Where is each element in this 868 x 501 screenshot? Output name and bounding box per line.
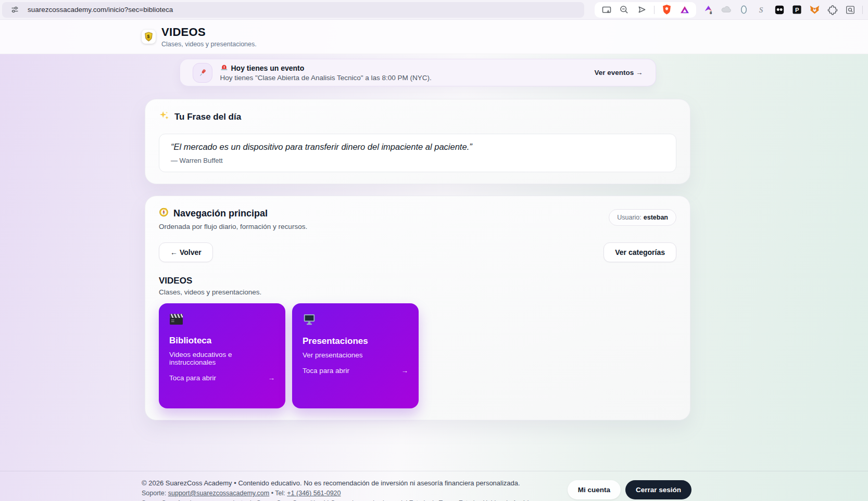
footer-inner: © 2026 SuarezCoss Academy • Contenido ed… <box>142 479 691 501</box>
monitor-icon <box>303 319 316 328</box>
navigation-title-row: Navegación principal <box>159 207 307 220</box>
svg-text:8: 8 <box>710 10 712 15</box>
main-content: Hoy tienes un evento Hoy tienes "Clase A… <box>145 59 690 420</box>
send-icon[interactable] <box>636 4 647 15</box>
view-events-link[interactable]: Ver eventos → <box>594 69 643 76</box>
brave-shield-icon[interactable] <box>661 4 672 15</box>
biblioteca-cta: Toca para abrir → <box>169 374 275 382</box>
support-label: Soporte: <box>142 490 166 497</box>
svg-text:$: $ <box>147 34 150 39</box>
footer-copyright: © 2026 SuarezCoss Academy • Contenido ed… <box>142 479 537 487</box>
navigation-subtitle: Ordenada por flujo diario, formación y r… <box>159 223 307 230</box>
ext-arrow8-icon[interactable]: 8 <box>703 4 714 15</box>
presentaciones-cta-label: Toca para abrir <box>303 367 349 375</box>
extensions-puzzle-icon[interactable] <box>827 4 838 15</box>
presentaciones-subtitle: Ver presentaciones <box>303 351 408 359</box>
clapperboard-icon <box>169 318 183 327</box>
quote-card: Tu Frase del día “El mercado es un dispo… <box>145 99 690 184</box>
gold-shield-logo: $ <box>142 30 156 44</box>
toolbar-divider <box>654 6 655 14</box>
site-header-text: VIDEOS Clases, videos y presentaciones. <box>161 25 257 48</box>
my-account-button[interactable]: Mi cuenta <box>568 480 621 499</box>
footer-text-block: © 2026 SuarezCoss Academy • Contenido ed… <box>142 479 537 501</box>
svg-text:P: P <box>795 7 799 13</box>
tel-link[interactable]: +1 (346) 561-0920 <box>287 490 341 497</box>
section-title: VIDEOS <box>159 276 676 286</box>
user-label: Usuario: <box>617 214 641 221</box>
quote-box: “El mercado es un dispositivo para trans… <box>159 134 676 172</box>
ext-oval-icon[interactable] <box>738 4 749 15</box>
back-button[interactable]: ← Volver <box>159 242 213 262</box>
site-header: $ VIDEOS Clases, videos y presentaciones… <box>0 20 868 54</box>
presentaciones-cta: Toca para abrir → <box>303 367 408 375</box>
navigation-header: Navegación principal Ordenada por flujo … <box>159 207 676 230</box>
navigation-buttons-row: ← Volver Ver categorías <box>159 242 676 262</box>
bat-rewards-icon[interactable] <box>679 4 690 15</box>
ext-p-icon[interactable]: P <box>791 4 802 15</box>
navigation-title: Navegación principal <box>173 208 268 219</box>
biblioteca-card[interactable]: Biblioteca Videos educativos e instrucci… <box>159 303 285 408</box>
page-subtitle: Clases, videos y presentaciones. <box>161 41 257 48</box>
find-in-page-icon[interactable] <box>845 4 856 15</box>
tel-label: Tel: <box>275 490 285 497</box>
svg-text:S: S <box>759 6 763 14</box>
quote-card-title: Tu Frase del día <box>174 112 241 122</box>
zoom-out-icon[interactable] <box>619 4 630 15</box>
siren-icon <box>220 63 228 72</box>
logout-button[interactable]: Cerrar sesión <box>625 480 691 499</box>
presentaciones-card[interactable]: Presentaciones Ver presentaciones Toca p… <box>292 303 419 408</box>
page-title: VIDEOS <box>161 25 257 39</box>
ext-s-icon[interactable]: S <box>756 4 767 15</box>
page-footer: © 2026 SuarezCoss Academy • Contenido ed… <box>0 471 868 501</box>
navigation-header-text: Navegación principal Ordenada por flujo … <box>159 207 307 230</box>
event-banner-message: Hoy tienes "Clase Abierta de Analisis Te… <box>220 74 432 82</box>
section-subtitle: Clases, videos y presentaciones. <box>159 288 676 296</box>
event-banner-title-row: Hoy tienes un evento <box>220 63 432 72</box>
navigation-card: Navegación principal Ordenada por flujo … <box>145 196 690 420</box>
sparkles-icon <box>159 110 169 123</box>
compass-icon <box>159 207 169 220</box>
event-banner: Hoy tienes un evento Hoy tienes "Clase A… <box>180 59 656 86</box>
tune-icon[interactable] <box>9 4 20 15</box>
footer-contact: Soporte: support@suarezcossacademy.com •… <box>142 490 537 497</box>
footer-buttons: Mi cuenta Cerrar sesión <box>568 480 691 499</box>
presentaciones-title: Presentaciones <box>303 336 408 346</box>
metamask-fox-icon[interactable] <box>809 4 820 15</box>
ext-eyes-icon[interactable] <box>774 4 785 15</box>
cast-icon[interactable] <box>601 4 612 15</box>
user-name: esteban <box>644 214 668 221</box>
biblioteca-cta-label: Toca para abrir <box>169 374 216 382</box>
event-banner-title: Hoy tienes un evento <box>231 64 305 72</box>
ext-cloud-icon[interactable] <box>721 4 732 15</box>
toolbar-end-divider <box>862 6 863 14</box>
arrow-right-icon: → <box>401 367 409 375</box>
event-banner-text: Hoy tienes un evento Hoy tienes "Clase A… <box>220 63 432 82</box>
page-background: $ VIDEOS Clases, videos y presentaciones… <box>0 20 868 501</box>
biblioteca-subtitle: Videos educativos e instruccionales <box>169 351 275 366</box>
toolbar-pill <box>595 2 696 18</box>
url-text: suarezcossacademy.com/inicio?sec=bibliot… <box>28 6 173 14</box>
browser-toolbar: suarezcossacademy.com/inicio?sec=bibliot… <box>0 0 868 20</box>
arrow-right-icon: → <box>268 374 275 382</box>
quote-author: — Warren Buffett <box>171 157 664 164</box>
user-badge: Usuario:esteban <box>609 209 676 226</box>
quote-text: “El mercado es un dispositivo para trans… <box>171 142 664 152</box>
footer-separator: • <box>271 490 273 497</box>
url-bar[interactable]: suarezcossacademy.com/inicio?sec=bibliot… <box>2 2 584 18</box>
biblioteca-title: Biblioteca <box>169 336 275 346</box>
view-categories-button[interactable]: Ver categorías <box>603 242 676 262</box>
category-cards-row: Biblioteca Videos educativos e instrucci… <box>159 303 676 408</box>
quote-card-header: Tu Frase del día <box>159 110 676 123</box>
pushpin-icon <box>193 63 212 83</box>
support-email-link[interactable]: support@suarezcossacademy.com <box>168 490 269 497</box>
toolbar-actions: 8 S P <box>595 2 863 18</box>
